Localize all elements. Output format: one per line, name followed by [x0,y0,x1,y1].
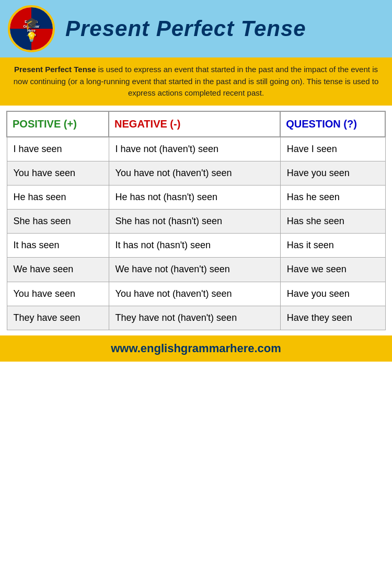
cell-question: Have we seen [280,258,385,282]
table-row: You have seenYou have not (haven't) seen… [7,161,385,185]
header-question: QUESTION (?) [280,111,385,137]
cell-question: Has she seen [280,210,385,234]
cell-positive: It has seen [7,234,109,258]
header: EnglishGrammarHere.Com 🎓 💡 Present Perfe… [0,0,392,57]
website-url: www.englishgrammarhere.com [111,342,281,355]
cell-question: Have you seen [280,282,385,306]
cell-question: Has it seen [280,234,385,258]
table-wrapper: POSITIVE (+) NEGATIVE (-) QUESTION (?) I… [0,106,392,336]
cell-positive: You have seen [7,161,109,185]
graduation-cap-icon: 🎓 [25,17,39,30]
table-row: I have seenI have not (haven't) seenHave… [7,137,385,161]
logo: EnglishGrammarHere.Com 🎓 💡 [8,5,55,52]
lightbulb-icon: 💡 [26,31,37,43]
table-row: She has seenShe has not (hasn't) seenHas… [7,210,385,234]
cell-negative: You have not (haven't) seen [109,282,280,306]
cell-positive: I have seen [7,137,109,161]
cell-negative: I have not (haven't) seen [109,137,280,161]
header-negative: NEGATIVE (-) [109,111,280,137]
cell-positive: He has seen [7,185,109,209]
cell-negative: It has not (hasn't) seen [109,234,280,258]
description-bold: Present Perfect Tense [14,65,96,74]
table-row: You have seenYou have not (haven't) seen… [7,282,385,306]
description-box: Present Perfect Tense is used to express… [0,57,392,106]
cell-question: Have they seen [280,306,385,330]
cell-question: Have you seen [280,161,385,185]
cell-positive: She has seen [7,210,109,234]
cell-positive: They have seen [7,306,109,330]
cell-positive: We have seen [7,258,109,282]
table-header-row: POSITIVE (+) NEGATIVE (-) QUESTION (?) [7,111,385,137]
table-row: We have seenWe have not (haven't) seenHa… [7,258,385,282]
cell-negative: She has not (hasn't) seen [109,210,280,234]
table-row: He has seenHe has not (hasn't) seenHas h… [7,185,385,209]
cell-negative: They have not (haven't) seen [109,306,280,330]
footer: www.englishgrammarhere.com [0,335,392,362]
table-row: It has seenIt has not (hasn't) seenHas i… [7,234,385,258]
cell-question: Has he seen [280,185,385,209]
header-positive: POSITIVE (+) [7,111,109,137]
page-title: Present Perfect Tense [65,16,306,41]
conjugation-table: POSITIVE (+) NEGATIVE (-) QUESTION (?) I… [6,111,386,331]
cell-positive: You have seen [7,282,109,306]
cell-negative: He has not (hasn't) seen [109,185,280,209]
table-row: They have seenThey have not (haven't) se… [7,306,385,330]
cell-negative: You have not (haven't) seen [109,161,280,185]
cell-question: Have I seen [280,137,385,161]
cell-negative: We have not (haven't) seen [109,258,280,282]
